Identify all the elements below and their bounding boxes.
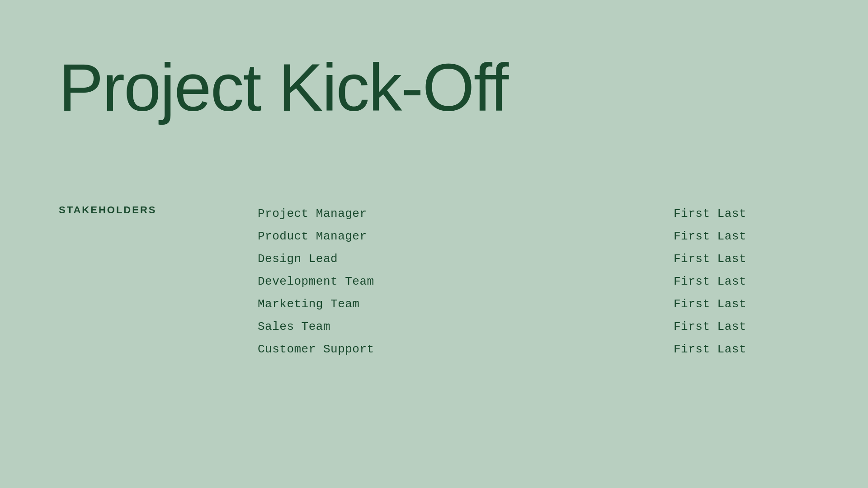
name-item: First Last	[674, 225, 809, 248]
name-item: First Last	[674, 202, 809, 225]
slide-container: Project Kick-Off STAKEHOLDERS Project Ma…	[0, 0, 868, 488]
name-item: First Last	[674, 248, 809, 270]
main-title: Project Kick-Off	[59, 54, 809, 121]
name-item: First Last	[674, 293, 809, 315]
role-item: Sales Team	[258, 315, 674, 338]
role-item: Product Manager	[258, 225, 674, 248]
name-item: First Last	[674, 338, 809, 361]
stakeholders-table: Project ManagerProduct ManagerDesign Lea…	[258, 202, 809, 361]
names-column: First LastFirst LastFirst LastFirst Last…	[674, 202, 809, 361]
content-section: STAKEHOLDERS Project ManagerProduct Mana…	[59, 202, 809, 361]
role-item: Project Manager	[258, 202, 674, 225]
name-item: First Last	[674, 270, 809, 293]
stakeholders-label: STAKEHOLDERS	[59, 204, 258, 216]
role-item: Marketing Team	[258, 293, 674, 315]
name-item: First Last	[674, 315, 809, 338]
role-item: Development Team	[258, 270, 674, 293]
role-item: Customer Support	[258, 338, 674, 361]
role-item: Design Lead	[258, 248, 674, 270]
roles-column: Project ManagerProduct ManagerDesign Lea…	[258, 202, 674, 361]
